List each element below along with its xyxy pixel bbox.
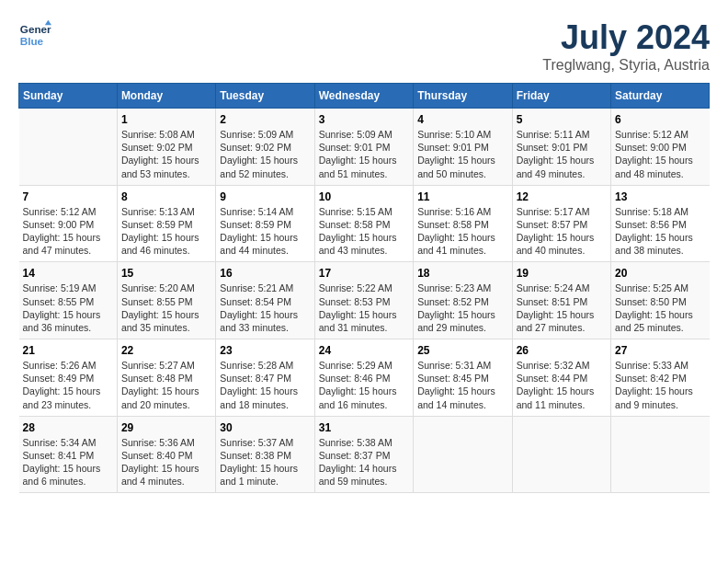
day-info: Sunrise: 5:22 AMSunset: 8:53 PMDaylight:… bbox=[319, 282, 409, 334]
day-number: 20 bbox=[615, 267, 705, 280]
calendar-cell: 15Sunrise: 5:20 AMSunset: 8:55 PMDayligh… bbox=[117, 262, 215, 339]
calendar-table: SundayMondayTuesdayWednesdayThursdayFrid… bbox=[18, 83, 710, 493]
day-info: Sunrise: 5:25 AMSunset: 8:50 PMDaylight:… bbox=[615, 282, 705, 334]
day-number: 10 bbox=[319, 190, 409, 203]
calendar-week-1: 1Sunrise: 5:08 AMSunset: 9:02 PMDaylight… bbox=[19, 109, 710, 186]
calendar-week-4: 21Sunrise: 5:26 AMSunset: 8:49 PMDayligh… bbox=[19, 339, 710, 417]
calendar-cell: 6Sunrise: 5:12 AMSunset: 9:00 PMDaylight… bbox=[611, 109, 710, 186]
calendar-cell: 26Sunrise: 5:32 AMSunset: 8:44 PMDayligh… bbox=[512, 339, 610, 417]
day-number: 6 bbox=[615, 113, 705, 126]
day-number: 22 bbox=[121, 344, 211, 357]
day-info: Sunrise: 5:09 AMSunset: 9:01 PMDaylight:… bbox=[319, 128, 409, 180]
calendar-cell: 11Sunrise: 5:16 AMSunset: 8:58 PMDayligh… bbox=[414, 185, 512, 262]
day-number: 12 bbox=[517, 190, 607, 203]
day-info: Sunrise: 5:08 AMSunset: 9:02 PMDaylight:… bbox=[121, 128, 211, 180]
calendar-cell bbox=[414, 416, 512, 493]
day-number: 24 bbox=[319, 344, 409, 357]
day-number: 11 bbox=[417, 190, 507, 203]
calendar-week-5: 28Sunrise: 5:34 AMSunset: 8:41 PMDayligh… bbox=[19, 416, 710, 493]
calendar-cell: 29Sunrise: 5:36 AMSunset: 8:40 PMDayligh… bbox=[117, 416, 215, 493]
day-info: Sunrise: 5:33 AMSunset: 8:42 PMDaylight:… bbox=[615, 359, 705, 411]
day-info: Sunrise: 5:14 AMSunset: 8:59 PMDaylight:… bbox=[220, 205, 310, 258]
day-info: Sunrise: 5:09 AMSunset: 9:02 PMDaylight:… bbox=[220, 128, 310, 180]
calendar-cell: 3Sunrise: 5:09 AMSunset: 9:01 PMDaylight… bbox=[314, 109, 413, 186]
day-info: Sunrise: 5:18 AMSunset: 8:56 PMDaylight:… bbox=[615, 205, 705, 258]
main-title: July 2024 bbox=[542, 18, 710, 57]
calendar-cell: 20Sunrise: 5:25 AMSunset: 8:50 PMDayligh… bbox=[611, 262, 710, 339]
column-header-tuesday: Tuesday bbox=[216, 84, 314, 109]
logo: General Blue bbox=[18, 18, 51, 52]
day-number: 19 bbox=[517, 267, 607, 280]
calendar-cell: 23Sunrise: 5:28 AMSunset: 8:47 PMDayligh… bbox=[216, 339, 314, 417]
day-info: Sunrise: 5:10 AMSunset: 9:01 PMDaylight:… bbox=[417, 128, 507, 180]
calendar-cell: 7Sunrise: 5:12 AMSunset: 9:00 PMDaylight… bbox=[19, 185, 118, 262]
day-number: 8 bbox=[121, 190, 211, 203]
calendar-body: 1Sunrise: 5:08 AMSunset: 9:02 PMDaylight… bbox=[19, 109, 710, 493]
day-number: 15 bbox=[121, 267, 211, 280]
calendar-week-2: 7Sunrise: 5:12 AMSunset: 9:00 PMDaylight… bbox=[19, 185, 710, 262]
day-info: Sunrise: 5:16 AMSunset: 8:58 PMDaylight:… bbox=[417, 205, 507, 258]
day-number: 21 bbox=[23, 344, 113, 357]
calendar-cell: 21Sunrise: 5:26 AMSunset: 8:49 PMDayligh… bbox=[19, 339, 118, 417]
day-number: 13 bbox=[615, 190, 705, 203]
day-number: 3 bbox=[319, 113, 409, 126]
calendar-cell: 31Sunrise: 5:38 AMSunset: 8:37 PMDayligh… bbox=[314, 416, 413, 493]
calendar-week-3: 14Sunrise: 5:19 AMSunset: 8:55 PMDayligh… bbox=[19, 262, 710, 339]
day-number: 16 bbox=[220, 267, 310, 280]
calendar-cell: 16Sunrise: 5:21 AMSunset: 8:54 PMDayligh… bbox=[216, 262, 314, 339]
column-header-friday: Friday bbox=[512, 84, 610, 109]
calendar-cell: 5Sunrise: 5:11 AMSunset: 9:01 PMDaylight… bbox=[512, 109, 610, 186]
day-number: 14 bbox=[23, 267, 113, 280]
day-info: Sunrise: 5:21 AMSunset: 8:54 PMDaylight:… bbox=[220, 282, 310, 334]
day-number: 28 bbox=[23, 421, 113, 434]
calendar-cell bbox=[611, 416, 710, 493]
calendar-cell: 8Sunrise: 5:13 AMSunset: 8:59 PMDaylight… bbox=[117, 185, 215, 262]
day-number: 30 bbox=[220, 421, 310, 434]
calendar-cell: 12Sunrise: 5:17 AMSunset: 8:57 PMDayligh… bbox=[512, 185, 610, 262]
calendar-cell: 14Sunrise: 5:19 AMSunset: 8:55 PMDayligh… bbox=[19, 262, 118, 339]
day-number: 26 bbox=[517, 344, 607, 357]
day-info: Sunrise: 5:29 AMSunset: 8:46 PMDaylight:… bbox=[319, 359, 409, 411]
calendar-cell: 22Sunrise: 5:27 AMSunset: 8:48 PMDayligh… bbox=[117, 339, 215, 417]
day-info: Sunrise: 5:20 AMSunset: 8:55 PMDaylight:… bbox=[121, 282, 211, 334]
calendar-cell: 1Sunrise: 5:08 AMSunset: 9:02 PMDaylight… bbox=[117, 109, 215, 186]
day-info: Sunrise: 5:11 AMSunset: 9:01 PMDaylight:… bbox=[517, 128, 607, 180]
day-number: 29 bbox=[121, 421, 211, 434]
day-info: Sunrise: 5:37 AMSunset: 8:38 PMDaylight:… bbox=[220, 436, 310, 488]
calendar-header: SundayMondayTuesdayWednesdayThursdayFrid… bbox=[19, 84, 710, 109]
column-header-saturday: Saturday bbox=[611, 84, 710, 109]
calendar-cell: 25Sunrise: 5:31 AMSunset: 8:45 PMDayligh… bbox=[414, 339, 512, 417]
day-info: Sunrise: 5:27 AMSunset: 8:48 PMDaylight:… bbox=[121, 359, 211, 411]
day-info: Sunrise: 5:15 AMSunset: 8:58 PMDaylight:… bbox=[319, 205, 409, 258]
day-info: Sunrise: 5:19 AMSunset: 8:55 PMDaylight:… bbox=[23, 282, 113, 334]
day-number: 23 bbox=[220, 344, 310, 357]
calendar-cell: 10Sunrise: 5:15 AMSunset: 8:58 PMDayligh… bbox=[314, 185, 413, 262]
calendar-cell: 13Sunrise: 5:18 AMSunset: 8:56 PMDayligh… bbox=[611, 185, 710, 262]
column-header-thursday: Thursday bbox=[414, 84, 512, 109]
calendar-cell: 27Sunrise: 5:33 AMSunset: 8:42 PMDayligh… bbox=[611, 339, 710, 417]
day-number: 4 bbox=[417, 113, 507, 126]
page-header: General Blue July 2024 Treglwang, Styria… bbox=[18, 18, 710, 74]
day-number: 1 bbox=[121, 113, 211, 126]
calendar-cell bbox=[19, 109, 118, 186]
day-number: 25 bbox=[417, 344, 507, 357]
day-info: Sunrise: 5:17 AMSunset: 8:57 PMDaylight:… bbox=[517, 205, 607, 258]
calendar-cell: 28Sunrise: 5:34 AMSunset: 8:41 PMDayligh… bbox=[19, 416, 118, 493]
calendar-cell bbox=[512, 416, 610, 493]
calendar-cell: 17Sunrise: 5:22 AMSunset: 8:53 PMDayligh… bbox=[314, 262, 413, 339]
svg-text:Blue: Blue bbox=[20, 35, 44, 47]
day-info: Sunrise: 5:13 AMSunset: 8:59 PMDaylight:… bbox=[121, 205, 211, 258]
title-block: July 2024 Treglwang, Styria, Austria bbox=[542, 18, 710, 74]
day-info: Sunrise: 5:34 AMSunset: 8:41 PMDaylight:… bbox=[23, 436, 113, 488]
column-header-sunday: Sunday bbox=[19, 84, 118, 109]
day-number: 7 bbox=[23, 190, 113, 203]
column-header-wednesday: Wednesday bbox=[314, 84, 413, 109]
day-info: Sunrise: 5:23 AMSunset: 8:52 PMDaylight:… bbox=[417, 282, 507, 334]
day-number: 17 bbox=[319, 267, 409, 280]
calendar-cell: 24Sunrise: 5:29 AMSunset: 8:46 PMDayligh… bbox=[314, 339, 413, 417]
calendar-cell: 19Sunrise: 5:24 AMSunset: 8:51 PMDayligh… bbox=[512, 262, 610, 339]
day-info: Sunrise: 5:12 AMSunset: 9:00 PMDaylight:… bbox=[615, 128, 705, 180]
day-info: Sunrise: 5:28 AMSunset: 8:47 PMDaylight:… bbox=[220, 359, 310, 411]
day-number: 18 bbox=[417, 267, 507, 280]
day-info: Sunrise: 5:38 AMSunset: 8:37 PMDaylight:… bbox=[319, 436, 409, 488]
